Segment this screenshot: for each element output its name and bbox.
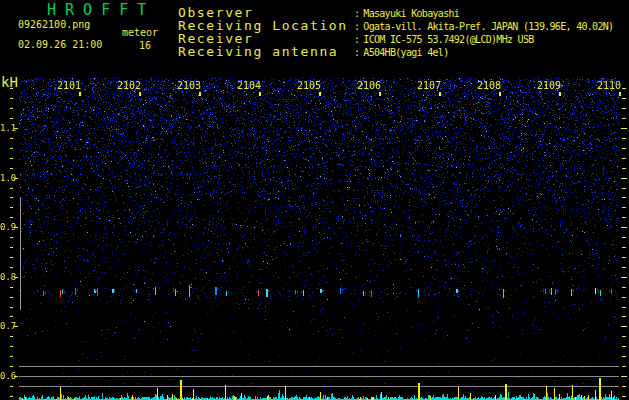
y-axis-tick-label: 0.9 [0,222,14,232]
x-axis-tick-mark [439,92,441,96]
y-axis-minor-tick-right [622,207,626,208]
y-axis-minor-tick [10,336,13,337]
y-axis-tick-label: 1.0 [0,173,14,183]
x-axis-tick-label: 2110 [597,80,621,91]
y-axis-minor-tick [10,297,13,298]
y-axis-minor-tick-right [622,138,626,139]
y-axis-minor-tick-right [622,267,626,268]
x-axis-tick-label: 2109 [537,80,561,91]
info-row-antenna: Receiving antenna:A504HB(yagi 4el) [178,41,448,54]
y-axis-minor-tick-right [622,197,626,198]
output-filename: 09262100.png [18,19,90,30]
y-axis-minor-tick-right [622,297,626,298]
x-axis-tick-label: 2105 [297,80,321,91]
y-axis-tick-mark [14,277,18,278]
x-axis-tick-label: 2104 [237,80,261,91]
app-title: H R O F F T [47,1,146,19]
info-value: A504HB(yagi 4el) [363,47,448,58]
x-axis-tick-mark [139,92,141,96]
y-axis-minor-tick-right [622,316,626,317]
y-axis-minor-tick [10,396,13,397]
y-axis-tick-mark-right [621,178,627,179]
y-axis-minor-tick [10,247,13,248]
y-axis-tick-label: 0.6 [0,371,14,381]
y-axis-minor-tick-right [622,118,626,119]
y-axis-minor-tick [10,168,13,169]
y-axis-minor-tick [10,98,13,99]
y-axis-tick-mark-right [621,326,627,327]
y-axis-minor-tick-right [622,287,626,288]
x-axis-tick-mark [199,92,201,96]
y-axis-minor-tick-right [622,148,626,149]
y-axis-minor-tick [10,316,13,317]
y-axis-minor-tick [10,257,13,258]
observation-datetime: 02.09.26 21:00 [18,39,102,50]
y-axis-minor-tick [10,188,13,189]
y-axis-minor-tick-right [622,386,626,387]
x-axis-tick-label: 2103 [177,80,201,91]
y-axis-minor-tick-right [622,366,626,367]
info-row-location: Receiving Location:Ogata-vill. Akita-Pre… [178,15,613,28]
y-axis-minor-tick [10,138,13,139]
y-axis-tick-mark [14,227,18,228]
y-axis-minor-tick-right [622,307,626,308]
echo-count: 16 [139,40,151,51]
y-axis-minor-tick-right [622,237,626,238]
spectrogram-canvas [19,78,619,400]
y-axis-minor-tick [10,237,13,238]
info-separator: : [354,47,359,58]
x-axis-tick-label: 2106 [357,80,381,91]
y-axis-minor-tick [10,148,13,149]
x-axis-tick-label: 2101 [57,80,81,91]
y-axis-minor-tick-right [622,108,626,109]
y-axis-minor-tick [10,356,13,357]
y-axis-minor-tick-right [622,98,626,99]
info-row-receiver: Receiver:ICOM IC-575 53.7492(@LCD)MHz US… [178,28,534,41]
x-axis-tick-mark [559,92,561,96]
y-axis-minor-tick [10,307,13,308]
y-axis-minor-tick-right [622,247,626,248]
y-axis-tick-mark [14,178,18,179]
x-axis-tick-mark [79,92,81,96]
y-axis-minor-tick-right [622,257,626,258]
mode-label: meteor [122,27,158,38]
y-axis-tick-label: 1.1 [0,123,14,133]
y-axis-minor-tick [10,158,13,159]
y-axis-tick-mark [14,128,18,129]
y-axis-minor-tick-right [622,346,626,347]
y-axis-minor-tick-right [622,356,626,357]
y-axis-minor-tick-right [622,396,626,397]
y-axis-tick-mark-right [621,376,627,377]
x-axis-tick-label: 2107 [417,80,441,91]
y-axis-minor-tick [10,366,13,367]
y-axis-minor-tick-right [622,158,626,159]
y-axis-minor-tick [10,118,13,119]
x-axis-tick-mark [499,92,501,96]
y-axis-minor-tick [10,207,13,208]
y-axis-minor-tick [10,386,13,387]
y-axis-tick-mark [14,376,18,377]
y-axis-minor-tick-right [622,217,626,218]
info-row-observer: Observer:Masayuki Kobayashi [178,2,459,15]
y-axis-tick-label: 0.7 [0,321,14,331]
x-axis-tick-label: 2102 [117,80,141,91]
y-axis-minor-tick [10,346,13,347]
y-axis-minor-tick-right [622,188,626,189]
x-axis-tick-mark [259,92,261,96]
hrofft-spectrogram-screen: H R O F F T 09262100.png meteor 02.09.26… [0,0,629,400]
x-axis-tick-mark [319,92,321,96]
y-axis-minor-tick-right [622,168,626,169]
y-axis-tick-mark-right [621,128,627,129]
x-axis-tick-mark [379,92,381,96]
y-axis-minor-tick [10,217,13,218]
y-axis-tick-mark-right [621,227,627,228]
y-axis-minor-tick [10,108,13,109]
y-axis-tick-mark-right [621,277,627,278]
y-axis-minor-tick [10,88,13,89]
y-axis-minor-tick-right [622,336,626,337]
y-axis-minor-tick [10,197,13,198]
x-axis-tick-mark [619,92,621,96]
y-axis-minor-tick [10,287,13,288]
y-axis-minor-tick-right [622,88,626,89]
x-axis-tick-label: 2108 [477,80,501,91]
